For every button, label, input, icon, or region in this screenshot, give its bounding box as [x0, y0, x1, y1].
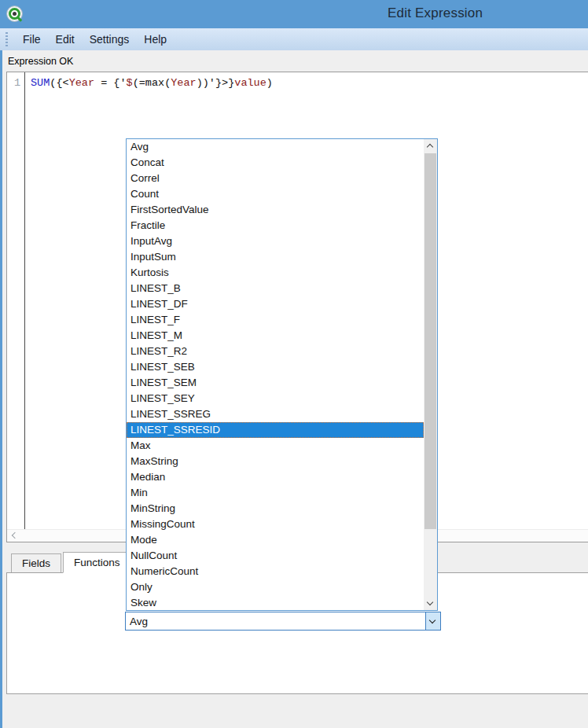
qlikview-icon-dot: [13, 12, 17, 16]
chevron-up-icon: [427, 144, 433, 150]
line-number: 1: [14, 77, 20, 89]
menu-items: FileEditSettingsHelp: [8, 32, 167, 46]
dropdown-item-linest_df[interactable]: LINEST_DF: [127, 296, 424, 312]
dropdown-item-linest_r2[interactable]: LINEST_R2: [127, 344, 424, 359]
expression-code-line[interactable]: SUM({<Year = {'$(=max(Year))'}>}value): [31, 77, 273, 89]
code-token: ): [266, 77, 273, 89]
dropdown-item-mode[interactable]: Mode: [127, 532, 424, 548]
dropdown-item-linest_sem[interactable]: LINEST_SEM: [127, 375, 424, 391]
dropdown-item-linest_sey[interactable]: LINEST_SEY: [127, 391, 424, 406]
edit-expression-window: Edit Expression FileEditSettingsHelp Exp…: [0, 0, 588, 728]
chevron-down-icon: [427, 599, 433, 605]
code-token: ))'}>}: [197, 77, 235, 89]
title-bar: Edit Expression: [0, 0, 588, 28]
code-token: (=max(: [133, 77, 171, 89]
dropdown-item-skew[interactable]: Skew: [127, 595, 424, 610]
window-title: Edit Expression: [388, 6, 483, 21]
dropdown-item-avg[interactable]: Avg: [127, 139, 424, 155]
dropdown-item-max[interactable]: Max: [127, 438, 424, 454]
combobox-dropdown-button[interactable]: [425, 612, 440, 630]
chevron-down-icon: [429, 617, 435, 623]
dropdown-item-linest_ssreg[interactable]: LINEST_SSREG: [127, 406, 424, 422]
scroll-down-button[interactable]: [424, 597, 437, 610]
dropdown-item-minstring[interactable]: MinString: [127, 501, 424, 517]
dropdown-items: AvgConcatCorrelCountFirstSortedValueFrac…: [127, 139, 424, 610]
menu-item-file[interactable]: File: [23, 33, 41, 46]
scroll-left-icon[interactable]: [12, 532, 18, 539]
code-token: Year: [171, 77, 196, 89]
menu-item-edit[interactable]: Edit: [56, 33, 75, 46]
tab-fields[interactable]: Fields: [11, 553, 61, 572]
line-number-gutter: 1: [7, 72, 25, 529]
scrollbar-thumb[interactable]: [424, 153, 436, 529]
qlikview-app-icon: [6, 6, 23, 22]
menu-item-help[interactable]: Help: [144, 33, 167, 46]
dropdown-item-correl[interactable]: Correl: [127, 171, 424, 186]
dropdown-item-median[interactable]: Median: [127, 469, 424, 485]
dropdown-item-min[interactable]: Min: [127, 485, 424, 501]
code-token: SUM: [31, 77, 50, 89]
dropdown-item-numericcount[interactable]: NumericCount: [127, 564, 424, 579]
function-name-dropdown-list: AvgConcatCorrelCountFirstSortedValueFrac…: [126, 138, 438, 611]
dropdown-item-count[interactable]: Count: [127, 186, 424, 202]
tab-functions[interactable]: Functions: [63, 552, 131, 573]
dropdown-item-linest_f[interactable]: LINEST_F: [127, 312, 424, 328]
dropdown-item-only[interactable]: Only: [127, 579, 424, 595]
dropdown-item-concat[interactable]: Concat: [127, 155, 424, 171]
code-token: ({<: [50, 77, 68, 89]
dropdown-item-linest_b[interactable]: LINEST_B: [127, 281, 424, 296]
menu-bar: FileEditSettingsHelp: [0, 28, 588, 50]
menu-item-settings[interactable]: Settings: [90, 33, 130, 46]
expression-status-label: Expression OK: [8, 56, 73, 67]
dropdown-item-kurtosis[interactable]: Kurtosis: [127, 265, 424, 281]
dropdown-item-inputsum[interactable]: InputSum: [127, 249, 424, 265]
dropdown-item-linest_seb[interactable]: LINEST_SEB: [127, 359, 424, 375]
dropdown-item-missingcount[interactable]: MissingCount: [127, 517, 424, 532]
function-name-combobox[interactable]: Avg: [125, 612, 441, 631]
dropdown-item-linest_m[interactable]: LINEST_M: [127, 328, 424, 344]
dropdown-item-maxstring[interactable]: MaxString: [127, 454, 424, 469]
function-name-value: Avg: [130, 616, 148, 627]
scroll-up-button[interactable]: [424, 139, 437, 153]
dropdown-item-inputavg[interactable]: InputAvg: [127, 233, 424, 249]
code-token: value: [234, 77, 266, 89]
dropdown-item-linest_ssresid[interactable]: LINEST_SSRESID: [127, 422, 424, 438]
code-token: Year: [69, 77, 94, 89]
code-token: = {': [94, 77, 127, 89]
code-token: $: [127, 77, 133, 89]
dropdown-item-fractile[interactable]: Fractile: [127, 218, 424, 233]
dropdown-item-nullcount[interactable]: NullCount: [127, 548, 424, 564]
window-left-border: [0, 28, 2, 728]
dropdown-scrollbar[interactable]: [424, 139, 437, 610]
dropdown-item-firstsortedvalue[interactable]: FirstSortedValue: [127, 202, 424, 218]
